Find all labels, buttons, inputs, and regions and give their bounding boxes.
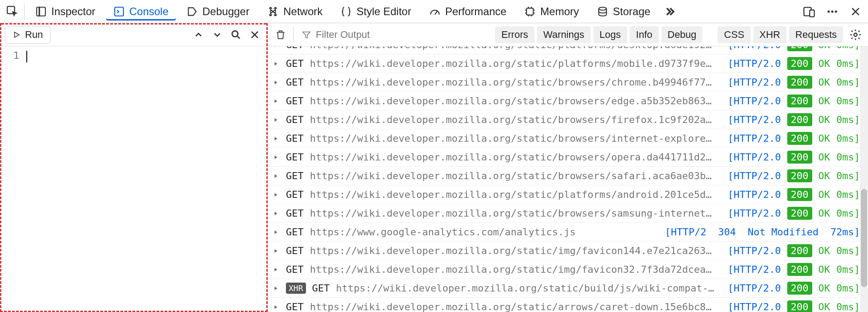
status-text: OK <box>818 133 831 144</box>
expand-caret-icon[interactable] <box>272 98 280 104</box>
log-rows-scroll[interactable]: GEThttps://wiki.developer.mozilla.org/st… <box>268 46 868 312</box>
separator <box>293 27 293 43</box>
log-row[interactable]: GEThttps://www.google-analytics.com/anal… <box>268 223 868 242</box>
request-url: https://wiki.developer.mozilla.org/stati… <box>310 245 722 256</box>
status-code-badge: 200 <box>787 94 812 107</box>
filter-info[interactable]: Info <box>630 26 659 43</box>
close-editor-button[interactable] <box>247 27 263 43</box>
status-text: OK <box>818 46 831 50</box>
filter-css[interactable]: CSS <box>718 26 750 43</box>
request-url: https://wiki.developer.mozilla.org/stati… <box>310 95 722 107</box>
log-row[interactable]: XHRGEThttps://wiki.developer.mozilla.org… <box>268 279 868 298</box>
expand-caret-icon[interactable] <box>272 267 280 273</box>
log-row[interactable]: GEThttps://wiki.developer.mozilla.org/st… <box>268 260 868 279</box>
expand-caret-icon[interactable] <box>272 304 280 310</box>
clear-console-button[interactable] <box>273 27 289 43</box>
scrollbar-thumb[interactable] <box>861 189 867 287</box>
response-time: 0ms] <box>836 283 860 294</box>
pick-element-button[interactable] <box>4 4 21 20</box>
expand-caret-icon[interactable] <box>272 117 280 123</box>
run-button[interactable]: Run <box>5 26 50 44</box>
response-time: 0ms] <box>836 245 860 256</box>
expand-caret-icon[interactable] <box>272 192 280 198</box>
close-devtools-button[interactable] <box>847 4 864 20</box>
log-row[interactable]: GEThttps://wiki.developer.mozilla.org/st… <box>268 73 868 92</box>
tab-performance[interactable]: Performance <box>422 3 513 21</box>
tab-label: Memory <box>540 5 579 18</box>
log-row[interactable]: GEThttps://wiki.developer.mozilla.org/st… <box>268 242 868 260</box>
request-url: https://wiki.developer.mozilla.org/stati… <box>310 264 722 275</box>
tab-memory[interactable]: Memory <box>517 3 586 21</box>
http-protocol: [HTTP/2.0 <box>728 58 781 69</box>
tab-storage[interactable]: Storage <box>590 3 657 21</box>
request-url: https://www.google-analytics.com/analyti… <box>310 226 659 238</box>
expand-caret-icon[interactable] <box>272 285 280 291</box>
status-text: OK <box>818 114 831 125</box>
tab-label: Inspector <box>51 5 95 18</box>
expand-caret-icon[interactable] <box>272 248 280 254</box>
filter-warnings[interactable]: Warnings <box>537 26 591 43</box>
http-protocol: [HTTP/2.0 <box>728 245 781 256</box>
expand-caret-icon[interactable] <box>272 46 280 48</box>
console-settings-button[interactable] <box>847 27 864 43</box>
tab-inspector[interactable]: Inspector <box>28 3 103 21</box>
status-code-badge: 200 <box>787 57 812 70</box>
expand-caret-icon[interactable] <box>272 154 280 160</box>
overflow-tabs-button[interactable] <box>661 4 677 20</box>
vertical-scrollbar[interactable] <box>860 46 868 312</box>
line-number: 1 <box>1 50 19 61</box>
response-time: 0ms] <box>836 189 860 200</box>
http-method: GET <box>286 301 304 312</box>
expand-caret-icon[interactable] <box>272 135 280 142</box>
filter-debug[interactable]: Debug <box>661 26 703 43</box>
console-icon <box>113 6 125 17</box>
http-method: GET <box>286 95 304 107</box>
code-input[interactable] <box>24 46 266 311</box>
filter-requests[interactable]: Requests <box>789 26 843 43</box>
log-row[interactable]: GEThttps://wiki.developer.mozilla.org/st… <box>268 129 868 148</box>
filter-chip-group-net: CSS XHR Requests <box>718 26 843 43</box>
expand-caret-icon[interactable] <box>272 61 280 67</box>
http-method: GET <box>286 226 304 238</box>
status-text: OK <box>818 170 831 181</box>
status-code-badge: 200 <box>787 207 812 220</box>
log-row[interactable]: GEThttps://wiki.developer.mozilla.org/st… <box>268 298 868 312</box>
http-method: GET <box>286 208 304 219</box>
expand-caret-icon[interactable] <box>272 173 280 179</box>
filter-errors[interactable]: Errors <box>495 26 534 43</box>
history-prev-button[interactable] <box>190 27 207 43</box>
log-row[interactable]: GEThttps://wiki.developer.mozilla.org/st… <box>268 54 868 73</box>
svg-point-10 <box>835 10 837 12</box>
tab-debugger[interactable]: Debugger <box>179 3 256 21</box>
tab-style-editor[interactable]: Style Editor <box>333 3 418 21</box>
status-code-badge: 200 <box>787 300 812 312</box>
log-row[interactable]: GEThttps://wiki.developer.mozilla.org/st… <box>268 204 868 223</box>
http-protocol: [HTTP/2.0 <box>728 46 781 50</box>
response-time: 0ms] <box>836 208 860 219</box>
log-row[interactable]: GEThttps://wiki.developer.mozilla.org/st… <box>268 92 868 111</box>
http-protocol: [HTTP/2.0 <box>728 301 781 312</box>
expand-caret-icon[interactable] <box>272 229 280 235</box>
request-url: https://wiki.developer.mozilla.org/stati… <box>310 301 722 312</box>
reverse-search-button[interactable] <box>228 27 244 43</box>
filter-logs[interactable]: Logs <box>593 26 627 43</box>
tab-network[interactable]: Network <box>260 3 330 21</box>
request-url: https://wiki.developer.mozilla.org/stati… <box>310 152 722 163</box>
log-row[interactable]: GEThttps://wiki.developer.mozilla.org/st… <box>268 111 868 129</box>
http-protocol: [HTTP/2.0 <box>728 77 781 88</box>
responsive-mode-button[interactable] <box>801 4 817 20</box>
expand-caret-icon[interactable] <box>272 79 280 86</box>
tab-console[interactable]: Console <box>106 3 176 21</box>
log-row[interactable]: GEThttps://wiki.developer.mozilla.org/st… <box>268 148 868 167</box>
expand-caret-icon[interactable] <box>272 210 280 217</box>
meatball-menu-button[interactable] <box>824 4 840 20</box>
log-row[interactable]: GEThttps://wiki.developer.mozilla.org/st… <box>268 167 868 185</box>
filter-output-input[interactable]: Filter Output <box>298 29 491 41</box>
line-gutter: 1 <box>1 46 24 311</box>
filter-xhr[interactable]: XHR <box>753 26 786 43</box>
request-url: https://wiki.developer.mozilla.org/stati… <box>310 46 722 50</box>
response-time: 0ms] <box>836 46 860 50</box>
log-row[interactable]: GEThttps://wiki.developer.mozilla.org/st… <box>268 46 868 54</box>
history-next-button[interactable] <box>209 27 225 43</box>
log-row[interactable]: GEThttps://wiki.developer.mozilla.org/st… <box>268 185 868 204</box>
